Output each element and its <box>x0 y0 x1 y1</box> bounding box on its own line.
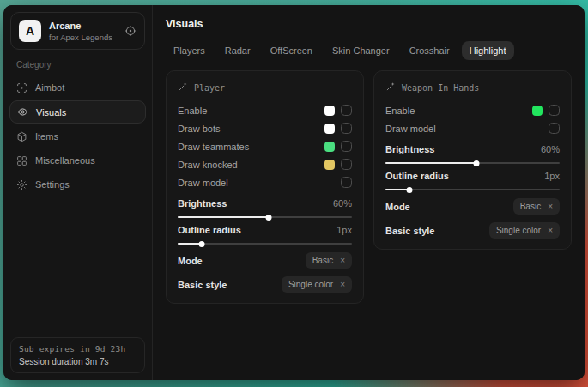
slider-label: Brightness <box>178 198 227 209</box>
slider-value: 1px <box>544 171 560 181</box>
card-title: Weapon In Hands <box>402 83 479 93</box>
slider-track[interactable] <box>385 189 560 190</box>
checkbox[interactable] <box>341 123 352 134</box>
sidebar-item-aimbot[interactable]: Aimbot <box>3 76 152 100</box>
app-logo: A <box>19 20 41 42</box>
toggle-label: Draw knocked <box>178 160 324 170</box>
app-header-card: A Arcane for Apex Legends <box>10 12 145 50</box>
sidebar: A Arcane for Apex Legends Category Aimbo… <box>3 5 153 380</box>
remove-tag-icon[interactable]: × <box>548 203 553 211</box>
color-swatch[interactable] <box>324 160 335 170</box>
slider-thumb[interactable] <box>407 187 413 193</box>
card-header: Player <box>178 82 352 94</box>
checkbox[interactable] <box>549 105 560 116</box>
cards-row: PlayerEnableDraw botsDraw teammatesDraw … <box>166 70 572 304</box>
app-subtitle: for Apex Legends <box>49 33 117 42</box>
app-text: Arcane for Apex Legends <box>49 21 117 42</box>
session-duration-text: Session duration 3m 7s <box>19 357 136 366</box>
sidebar-item-label: Items <box>35 131 58 142</box>
tag-value: Single color <box>496 226 541 235</box>
app-name: Arcane <box>49 21 117 31</box>
tab-highlight[interactable]: Highlight <box>462 41 514 60</box>
app-window: A Arcane for Apex Legends Category Aimbo… <box>3 5 585 380</box>
slider-track[interactable] <box>178 243 352 245</box>
slider-thumb[interactable] <box>199 241 205 247</box>
settings-card: Weapon In HandsEnableDraw modelBrightnes… <box>373 70 572 250</box>
toggle-row: Draw bots <box>178 119 352 137</box>
sidebar-item-visuals[interactable]: Visuals <box>9 100 146 124</box>
tab-offscreen[interactable]: OffScreen <box>263 41 320 60</box>
card-title: Player <box>194 83 225 93</box>
remove-tag-icon[interactable]: × <box>340 257 345 265</box>
toggle-row: Draw teammates <box>178 137 352 155</box>
tag-pill[interactable]: Single color× <box>489 222 560 239</box>
color-swatch[interactable] <box>324 142 335 152</box>
color-swatch[interactable] <box>324 106 335 116</box>
slider-value: 60% <box>541 144 560 154</box>
session-info-box: Sub expires in 9d 23h Session duration 3… <box>10 337 145 373</box>
slider-track[interactable] <box>385 162 560 164</box>
toggle-label: Enable <box>385 106 532 116</box>
toggle-label: Draw bots <box>178 124 324 134</box>
cube-icon <box>16 131 27 142</box>
slider-thumb[interactable] <box>265 215 271 221</box>
checkbox[interactable] <box>341 105 352 116</box>
toggle-label: Draw teammates <box>178 142 324 152</box>
sidebar-item-label: Settings <box>35 179 70 190</box>
crosshair-icon <box>16 82 27 94</box>
sub-expires-text: Sub expires in 9d 23h <box>19 344 136 354</box>
slider-head: Outline radius1px <box>178 225 352 235</box>
tag-pill[interactable]: Basic× <box>306 252 352 269</box>
target-icon[interactable] <box>124 25 136 37</box>
color-swatch[interactable] <box>532 106 543 116</box>
page-title: Visuals <box>166 18 572 30</box>
tag-value: Basic <box>520 202 541 211</box>
checkbox[interactable] <box>341 141 352 152</box>
tab-skin-changer[interactable]: Skin Changer <box>324 41 397 60</box>
grid-icon <box>16 155 27 166</box>
eye-icon <box>17 106 28 118</box>
settings-card: PlayerEnableDraw botsDraw teammatesDraw … <box>166 70 364 304</box>
tab-crosshair[interactable]: Crosshair <box>402 41 458 60</box>
tag-pill[interactable]: Basic× <box>513 198 560 215</box>
tag-row: ModeBasic× <box>385 198 560 215</box>
tab-radar[interactable]: Radar <box>217 41 258 60</box>
tag-value: Single color <box>288 280 333 289</box>
toggle-row: Draw knocked <box>178 155 352 173</box>
slider-label: Outline radius <box>178 225 241 235</box>
tag-row: Basic styleSingle color× <box>178 276 352 293</box>
sidebar-item-items[interactable]: Items <box>3 124 152 148</box>
color-swatch[interactable] <box>324 124 335 134</box>
slider: Brightness60% <box>178 198 352 218</box>
sidebar-item-label: Aimbot <box>35 82 64 93</box>
sidebar-item-label: Miscellaneous <box>35 155 95 166</box>
tag-pill[interactable]: Single color× <box>282 276 352 293</box>
remove-tag-icon[interactable]: × <box>340 281 345 289</box>
gear-icon <box>16 179 27 190</box>
sidebar-item-miscellaneous[interactable]: Miscellaneous <box>3 148 152 172</box>
remove-tag-icon[interactable]: × <box>548 227 553 235</box>
slider-value: 1px <box>336 225 352 235</box>
tab-players[interactable]: Players <box>166 41 213 60</box>
slider-track[interactable] <box>178 216 352 218</box>
checkbox[interactable] <box>341 177 352 188</box>
tag-label: Mode <box>385 202 410 212</box>
category-label: Category <box>16 60 139 70</box>
toggle-label: Draw model <box>385 124 549 134</box>
desktop-background: { "app": { "name": "Arcane", "subtitle":… <box>0 0 588 387</box>
slider-value: 60% <box>333 198 352 209</box>
sidebar-item-settings[interactable]: Settings <box>3 172 152 197</box>
sidebar-nav: AimbotVisualsItemsMiscellaneousSettings <box>3 76 152 197</box>
checkbox[interactable] <box>341 159 352 170</box>
tag-label: Basic style <box>385 226 434 236</box>
toggle-row: Draw model <box>385 119 560 137</box>
toggle-row: Draw model <box>178 173 352 191</box>
slider-thumb[interactable] <box>473 160 479 166</box>
slider-head: Outline radius1px <box>385 171 560 181</box>
tag-value: Basic <box>312 256 333 265</box>
card-header: Weapon In Hands <box>385 82 560 94</box>
slider-fill <box>385 162 476 164</box>
checkbox[interactable] <box>549 123 560 134</box>
tag-row: ModeBasic× <box>178 252 352 269</box>
tab-bar: PlayersRadarOffScreenSkin ChangerCrossha… <box>166 41 572 60</box>
